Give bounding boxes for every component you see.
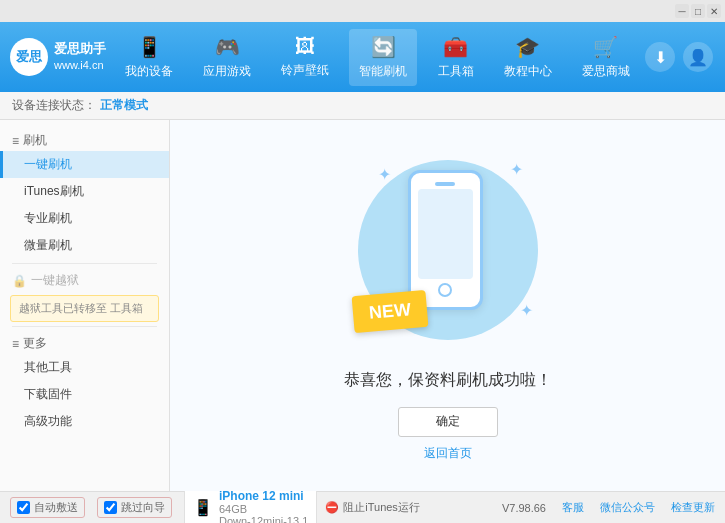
more-section-title: ≡ 更多 <box>0 331 169 354</box>
device-info-section: 📱 iPhone 12 mini 64GB Down-12mini-13,1 <box>184 486 317 524</box>
checkbox-auto-send[interactable]: 自动敷送 <box>10 497 85 518</box>
phone-speaker <box>435 182 455 186</box>
nav-item-apps[interactable]: 🎮 应用游戏 <box>193 29 261 86</box>
phone-illustration: ✦ ✦ ✦ NEW <box>348 150 548 350</box>
phone-device <box>408 170 483 310</box>
close-button[interactable]: ✕ <box>707 4 721 18</box>
sidebar: ≡ 刷机 一键刷机 iTunes刷机 专业刷机 微量刷机 🔒 一键越狱 越狱工具… <box>0 120 170 491</box>
stop-icon: ⛔ <box>325 501 339 514</box>
sparkle-icon-1: ✦ <box>378 165 391 184</box>
logo-area: 爱思 爱思助手 www.i4.cn <box>0 38 110 76</box>
success-text: 恭喜您，保资料刷机成功啦！ <box>344 370 552 391</box>
stop-itunes-button[interactable]: ⛔ 阻止iTunes运行 <box>325 500 420 515</box>
maximize-button[interactable]: □ <box>691 4 705 18</box>
nav-items: 📱 我的设备 🎮 应用游戏 🖼 铃声壁纸 🔄 智能刷机 🧰 工具箱 🎓 教程中心… <box>110 29 645 86</box>
nav-item-tutorials[interactable]: 🎓 教程中心 <box>494 29 562 86</box>
sidebar-item-itunes-flash[interactable]: iTunes刷机 <box>0 178 169 205</box>
minimize-button[interactable]: ─ <box>675 4 689 18</box>
sidebar-item-pro-flash[interactable]: 专业刷机 <box>0 205 169 232</box>
apps-nav-icon: 🎮 <box>215 35 240 59</box>
checkbox-skip-wizard[interactable]: 跳过向导 <box>97 497 172 518</box>
device-info: iPhone 12 mini 64GB Down-12mini-13,1 <box>219 489 308 524</box>
phone-home-button <box>438 283 452 297</box>
sidebar-item-one-key-flash[interactable]: 一键刷机 <box>0 151 169 178</box>
status-bar: 设备连接状态： 正常模式 <box>0 92 725 120</box>
nav-item-store[interactable]: 🛒 爱思商城 <box>572 29 640 86</box>
jailbreak-warning: 越狱工具已转移至 工具箱 <box>10 295 159 322</box>
version-label: V7.98.66 <box>502 502 546 514</box>
tutorials-nav-icon: 🎓 <box>515 35 540 59</box>
auto-send-checkbox[interactable] <box>17 501 30 514</box>
wechat-link[interactable]: 微信公众号 <box>600 500 655 515</box>
skip-wizard-checkbox[interactable] <box>104 501 117 514</box>
sidebar-item-save-flash[interactable]: 微量刷机 <box>0 232 169 259</box>
back-home-link[interactable]: 返回首页 <box>424 445 472 462</box>
sidebar-divider-2 <box>12 326 157 327</box>
logo-text: 爱思助手 www.i4.cn <box>54 41 106 72</box>
main-layout: ≡ 刷机 一键刷机 iTunes刷机 专业刷机 微量刷机 🔒 一键越狱 越狱工具… <box>0 120 725 491</box>
download-button[interactable]: ⬇ <box>645 42 675 72</box>
nav-item-toolbox[interactable]: 🧰 工具箱 <box>428 29 484 86</box>
sidebar-item-other-tools[interactable]: 其他工具 <box>0 354 169 381</box>
sidebar-item-download-fw[interactable]: 下载固件 <box>0 381 169 408</box>
nav-right: ⬇ 👤 <box>645 42 725 72</box>
sidebar-item-advanced[interactable]: 高级功能 <box>0 408 169 435</box>
content-area: ✦ ✦ ✦ NEW 恭喜您，保资料刷机成功啦！ 确定 返回首页 <box>170 120 725 491</box>
toolbox-nav-icon: 🧰 <box>443 35 468 59</box>
logo-icon: 爱思 <box>10 38 48 76</box>
sparkle-icon-2: ✦ <box>510 160 523 179</box>
user-button[interactable]: 👤 <box>683 42 713 72</box>
top-nav: 爱思 爱思助手 www.i4.cn 📱 我的设备 🎮 应用游戏 🖼 铃声壁纸 🔄… <box>0 22 725 92</box>
bottom-bar: 自动敷送 跳过向导 📱 iPhone 12 mini 64GB Down-12m… <box>0 491 725 523</box>
sidebar-divider-1 <box>12 263 157 264</box>
phone-nav-icon: 📱 <box>137 35 162 59</box>
nav-item-smart-flash[interactable]: 🔄 智能刷机 <box>349 29 417 86</box>
device-phone-icon: 📱 <box>193 498 213 517</box>
check-update-link[interactable]: 检查更新 <box>671 500 715 515</box>
flash-section-title: ≡ 刷机 <box>0 128 169 151</box>
customer-service-link[interactable]: 客服 <box>562 500 584 515</box>
new-badge: NEW <box>351 289 428 332</box>
bottom-right: V7.98.66 客服 微信公众号 检查更新 <box>502 500 715 515</box>
confirm-button[interactable]: 确定 <box>398 407 498 437</box>
store-nav-icon: 🛒 <box>593 35 618 59</box>
nav-item-my-device[interactable]: 📱 我的设备 <box>115 29 183 86</box>
jailbreak-section-title: 🔒 一键越狱 <box>0 268 169 291</box>
title-bar: ─ □ ✕ <box>0 0 725 22</box>
sparkle-icon-3: ✦ <box>520 301 533 320</box>
nav-item-wallpaper[interactable]: 🖼 铃声壁纸 <box>271 29 339 85</box>
wallpaper-nav-icon: 🖼 <box>295 35 315 58</box>
flash-nav-icon: 🔄 <box>371 35 396 59</box>
phone-screen <box>418 189 473 279</box>
